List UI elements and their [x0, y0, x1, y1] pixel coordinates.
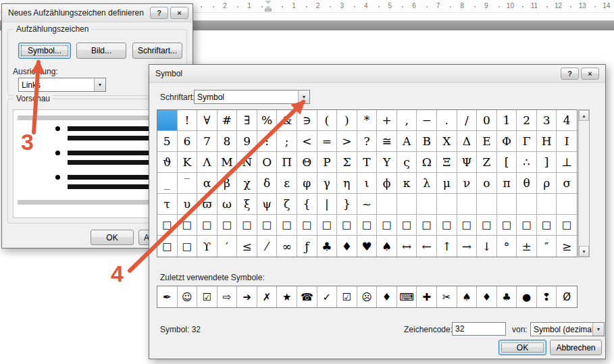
symbol-cell[interactable]: [157, 110, 178, 131]
recent-symbol-cell[interactable]: ♦: [377, 286, 397, 307]
symbol-cell[interactable]: □: [178, 215, 198, 236]
indent-marker[interactable]: [265, 1, 272, 12]
symbol-grid-scrollbar[interactable]: ▲ ▼: [578, 109, 590, 257]
symbol-cell[interactable]: □: [257, 215, 278, 236]
close-button[interactable]: ×: [581, 68, 599, 80]
symbol-cell[interactable]: β: [218, 173, 238, 194]
symbol-cell[interactable]: >: [337, 131, 357, 152]
symbol-cell[interactable]: !: [178, 110, 198, 131]
symbol-cell[interactable]: ϖ: [197, 194, 218, 215]
recent-symbol-cell[interactable]: ☎: [297, 286, 317, 307]
recent-symbol-cell[interactable]: ♦: [477, 286, 497, 307]
symbol-cell[interactable]: ): [337, 110, 357, 131]
recent-symbol-cell[interactable]: ♣: [497, 286, 517, 307]
symbol-cell[interactable]: □: [197, 215, 218, 236]
recent-symbol-cell[interactable]: ❢: [537, 286, 557, 307]
symbol-cell[interactable]: =: [317, 131, 338, 152]
recent-symbol-cell[interactable]: ☑: [197, 286, 218, 307]
symbol-cell[interactable]: Τ: [357, 152, 378, 173]
symbol-cell[interactable]: #: [218, 110, 238, 131]
symbol-cell[interactable]: {: [297, 194, 317, 215]
recent-symbol-cell[interactable]: ☺: [178, 286, 198, 307]
symbol-cell[interactable]: <: [297, 131, 317, 152]
symbol-cell[interactable]: τ: [157, 194, 178, 215]
symbol-cell[interactable]: Ο: [257, 152, 278, 173]
symbol-cell[interactable]: Η: [537, 131, 557, 152]
symbol-cell[interactable]: [: [497, 152, 517, 173]
recent-symbol-cell[interactable]: ⇨: [218, 286, 238, 307]
symbol-cell[interactable]: Ω: [417, 152, 437, 173]
font-button[interactable]: Schriftart...: [132, 43, 182, 59]
symbol-cell[interactable]: Μ: [218, 152, 238, 173]
symbol-cell[interactable]: Π: [277, 152, 297, 173]
symbol-cell[interactable]: □: [357, 215, 378, 236]
symbol-cell[interactable]: ƒ: [297, 236, 317, 257]
symbol-cell[interactable]: 2: [517, 110, 537, 131]
symbol-cell[interactable]: [377, 194, 397, 215]
symbol-cell[interactable]: Α: [397, 131, 417, 152]
symbol-cell[interactable]: Δ: [457, 131, 478, 152]
ok-button[interactable]: OK: [91, 230, 134, 245]
symbol-cell[interactable]: Ζ: [477, 152, 497, 173]
symbol-cell[interactable]: ψ: [257, 194, 278, 215]
symbol-cell[interactable]: ←: [417, 236, 437, 257]
symbol-cell[interactable]: 4: [557, 110, 577, 131]
ok-button[interactable]: OK: [498, 340, 546, 355]
symbol-cell[interactable]: ε: [277, 173, 297, 194]
symbol-cell[interactable]: ♣: [317, 236, 338, 257]
symbol-cell[interactable]: Γ: [517, 131, 537, 152]
recent-symbol-cell[interactable]: ✒: [157, 286, 178, 307]
help-button[interactable]: ?: [561, 68, 579, 80]
recent-symbol-cell[interactable]: ●: [517, 286, 537, 307]
symbol-cell[interactable]: φ: [297, 173, 317, 194]
symbol-cell[interactable]: □: [497, 215, 517, 236]
symbol-cell[interactable]: ζ: [277, 194, 297, 215]
symbol-cell[interactable]: Β: [417, 131, 437, 152]
symbol-cell[interactable]: υ: [178, 194, 198, 215]
symbol-cell[interactable]: Κ: [178, 152, 198, 173]
symbol-cell[interactable]: □: [297, 215, 317, 236]
close-button[interactable]: ×: [170, 7, 188, 19]
symbol-cell[interactable]: /: [457, 110, 478, 131]
symbol-cell[interactable]: ∞: [277, 236, 297, 257]
recent-symbol-cell[interactable]: ✓: [317, 286, 338, 307]
symbol-cell[interactable]: □: [317, 215, 338, 236]
recent-symbol-cell[interactable]: ✗: [257, 286, 278, 307]
symbol-cell[interactable]: [517, 194, 537, 215]
symbol-cell[interactable]: σ: [557, 173, 577, 194]
symbol-cell[interactable]: ♥: [357, 236, 378, 257]
symbol-cell[interactable]: Χ: [437, 131, 457, 152]
recent-symbol-cell[interactable]: ⌨: [397, 286, 417, 307]
symbol-cell[interactable]: +: [377, 110, 397, 131]
symbol-cell[interactable]: □: [477, 215, 497, 236]
symbol-cell[interactable]: μ: [437, 173, 457, 194]
charcode-input[interactable]: [452, 322, 506, 336]
font-combobox[interactable]: Symbol ▼: [194, 90, 310, 104]
symbol-cell[interactable]: □: [557, 215, 577, 236]
symbol-cell[interactable]: ~: [357, 194, 378, 215]
symbol-cell[interactable]: ?: [357, 131, 378, 152]
symbol-cell[interactable]: ≤: [237, 236, 257, 257]
symbol-cell[interactable]: ϑ: [157, 152, 178, 173]
symbol-cell[interactable]: Φ: [497, 131, 517, 152]
symbol-cell[interactable]: [477, 194, 497, 215]
symbol-cell[interactable]: ↓: [477, 236, 497, 257]
symbol-cell[interactable]: Θ: [297, 152, 317, 173]
symbol-cell[interactable]: □: [397, 215, 417, 236]
symbol-cell[interactable]: 5: [157, 131, 178, 152]
symbol-cell[interactable]: ∃: [237, 110, 257, 131]
symbol-cell[interactable]: ↑: [437, 236, 457, 257]
symbol-cell[interactable]: α: [197, 173, 218, 194]
symbol-titlebar[interactable]: Symbol ? ×: [149, 65, 605, 83]
symbol-cell[interactable]: □: [437, 215, 457, 236]
symbol-cell[interactable]: Ε: [477, 131, 497, 152]
symbol-cell[interactable]: ∋: [297, 110, 317, 131]
symbol-cell[interactable]: Υ: [377, 152, 397, 173]
symbol-cell[interactable]: ±: [517, 236, 537, 257]
symbol-cell[interactable]: ″: [537, 236, 557, 257]
symbol-cell[interactable]: [457, 194, 478, 215]
symbol-cell[interactable]: ∴: [517, 152, 537, 173]
from-dropdown-arrow[interactable]: ▼: [592, 323, 604, 336]
symbol-cell[interactable]: %: [257, 110, 278, 131]
symbol-cell[interactable]: η: [337, 173, 357, 194]
